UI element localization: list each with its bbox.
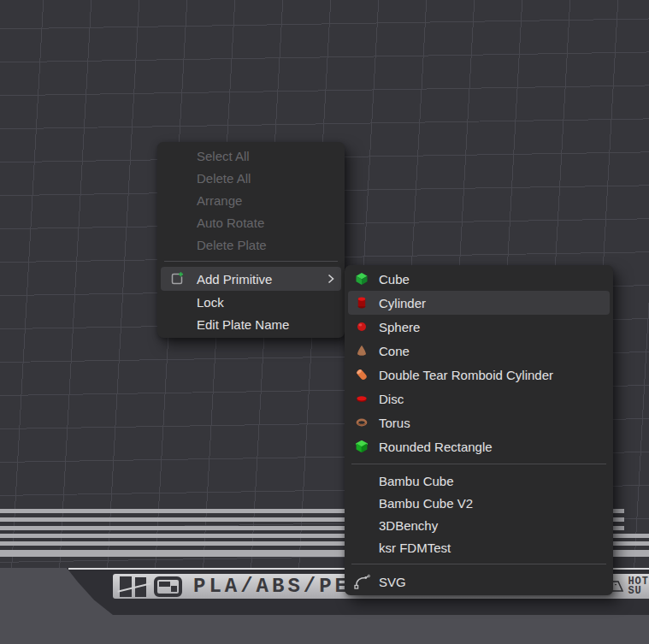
submenu-separator xyxy=(351,564,606,564)
submenu-item-label: Torus xyxy=(379,416,410,430)
menu-item-label: Edit Plate Name xyxy=(197,317,289,332)
menu-item-label: Delete All xyxy=(197,171,251,186)
submenu-item-torus[interactable]: Torus xyxy=(348,411,610,434)
submenu-item-label: Cylinder xyxy=(379,296,426,310)
submenu-item-label: Double Tear Romboid Cylinder xyxy=(379,368,553,382)
submenu-item-label: Bambu Cube xyxy=(379,474,454,488)
submenu-item-label: Bambu Cube V2 xyxy=(379,496,473,511)
hot-surface-text: HOT SU xyxy=(628,577,649,595)
submenu-item-label: Cube xyxy=(379,272,410,287)
plate-context-menu: Select All Delete All Arrange Auto Rotat… xyxy=(157,142,345,338)
menu-item-label: Delete Plate xyxy=(197,238,267,252)
sphere-icon xyxy=(353,318,370,335)
torus-icon xyxy=(353,414,370,431)
submenu-separator xyxy=(351,464,606,464)
submenu-item-label: 3DBenchy xyxy=(379,518,438,533)
plate-type-logo-icon xyxy=(154,576,182,597)
cube-icon xyxy=(353,270,370,287)
submenu-item-label: Cone xyxy=(379,344,410,358)
submenu-item-ksr-fdmtest[interactable]: ksr FDMTest xyxy=(348,536,610,558)
menu-item-label: Arrange xyxy=(197,193,242,208)
menu-item-delete-all[interactable]: Delete All xyxy=(161,167,341,189)
submenu-item-disc[interactable]: Disc xyxy=(348,387,610,411)
submenu-item-cone[interactable]: Cone xyxy=(348,339,610,363)
cone-icon xyxy=(353,342,370,359)
add-primitive-submenu: Cube Cylinder Sphere xyxy=(345,265,613,595)
submenu-item-bambu-cube[interactable]: Bambu Cube xyxy=(348,470,610,492)
menu-item-add-primitive[interactable]: Add Primitive xyxy=(161,267,341,291)
bezier-path-icon xyxy=(353,573,370,590)
chevron-right-icon xyxy=(327,274,334,284)
menu-item-select-all[interactable]: Select All xyxy=(161,145,341,167)
submenu-item-label: SVG xyxy=(379,575,406,589)
submenu-item-label: Disc xyxy=(379,392,404,406)
menu-item-arrange[interactable]: Arrange xyxy=(161,189,341,211)
submenu-item-svg[interactable]: SVG xyxy=(348,570,610,594)
submenu-item-label: Rounded Rectangle xyxy=(379,440,493,454)
menu-item-label: Select All xyxy=(197,149,250,163)
menu-item-label: Lock xyxy=(197,295,224,310)
submenu-item-sphere[interactable]: Sphere xyxy=(348,315,610,339)
disc-icon xyxy=(353,390,370,407)
menu-item-edit-plate-name[interactable]: Edit Plate Name xyxy=(161,313,341,335)
menu-item-auto-rotate[interactable]: Auto Rotate xyxy=(161,211,341,233)
plate-brand-logo-icon xyxy=(120,576,148,597)
submenu-item-cylinder[interactable]: Cylinder xyxy=(348,291,610,315)
submenu-item-cube[interactable]: Cube xyxy=(348,267,610,291)
double-tear-romboid-cylinder-icon xyxy=(353,366,370,383)
rounded-rectangle-icon xyxy=(353,438,370,455)
submenu-item-double-tear-romboid-cylinder[interactable]: Double Tear Romboid Cylinder xyxy=(348,363,610,387)
menu-item-delete-plate[interactable]: Delete Plate xyxy=(161,233,341,256)
submenu-item-bambu-cube-v2[interactable]: Bambu Cube V2 xyxy=(348,492,610,514)
submenu-item-label: ksr FDMTest xyxy=(379,541,451,555)
menu-item-label: Add Primitive xyxy=(197,272,272,287)
add-primitive-icon xyxy=(169,271,185,287)
menu-item-lock[interactable]: Lock xyxy=(161,291,341,313)
menu-item-label: Auto Rotate xyxy=(197,216,264,230)
submenu-item-3dbenchy[interactable]: 3DBenchy xyxy=(348,514,610,536)
viewport-3d[interactable]: PLA/ABS/PETG HOT SU Select All Delete Al… xyxy=(0,0,649,644)
menu-separator xyxy=(164,261,338,262)
submenu-item-label: Sphere xyxy=(379,320,420,334)
cylinder-icon xyxy=(353,294,370,311)
submenu-item-rounded-rectangle[interactable]: Rounded Rectangle xyxy=(348,434,610,458)
